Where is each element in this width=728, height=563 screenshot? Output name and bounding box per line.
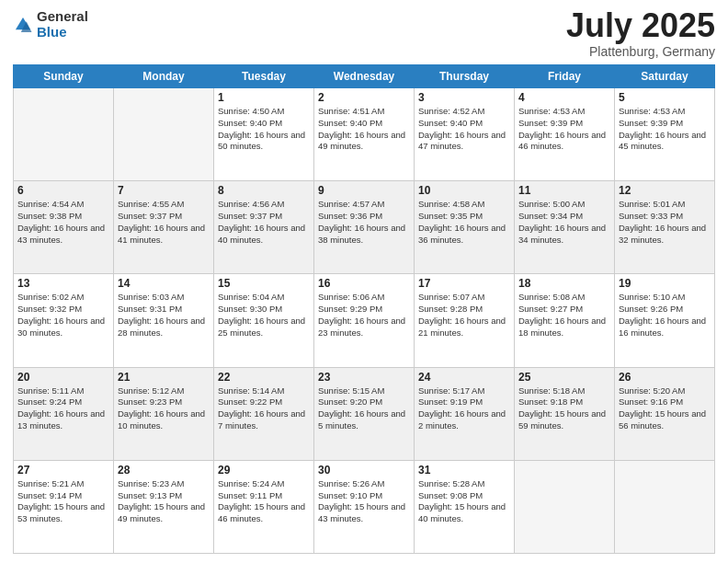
location: Plattenburg, Germany (566, 44, 715, 59)
day-info: Sunrise: 5:10 AM Sunset: 9:26 PM Dayligh… (619, 292, 711, 339)
cell-w1-d4: 3Sunrise: 4:52 AM Sunset: 9:40 PM Daylig… (415, 88, 515, 181)
col-sunday: Sunday (14, 65, 114, 88)
logo-icon (13, 15, 33, 35)
logo-general-text: General (37, 9, 88, 25)
week-row-2: 6Sunrise: 4:54 AM Sunset: 9:38 PM Daylig… (14, 181, 715, 274)
logo-text: General Blue (37, 9, 88, 40)
day-number: 10 (418, 184, 510, 197)
day-info: Sunrise: 5:03 AM Sunset: 9:31 PM Dayligh… (118, 292, 210, 339)
day-number: 24 (418, 371, 510, 384)
day-info: Sunrise: 5:18 AM Sunset: 9:18 PM Dayligh… (518, 385, 610, 432)
day-number: 11 (518, 184, 610, 197)
day-number: 13 (17, 277, 109, 290)
day-number: 23 (318, 371, 410, 384)
cell-w3-d2: 15Sunrise: 5:04 AM Sunset: 9:30 PM Dayli… (214, 274, 314, 367)
day-info: Sunrise: 5:00 AM Sunset: 9:34 PM Dayligh… (518, 199, 610, 246)
day-info: Sunrise: 5:02 AM Sunset: 9:32 PM Dayligh… (17, 292, 109, 339)
day-number: 28 (118, 464, 210, 477)
cell-w5-d3: 30Sunrise: 5:26 AM Sunset: 9:10 PM Dayli… (314, 460, 415, 553)
col-tuesday: Tuesday (214, 65, 314, 88)
cell-w4-d4: 24Sunrise: 5:17 AM Sunset: 9:19 PM Dayli… (415, 367, 515, 460)
day-info: Sunrise: 4:53 AM Sunset: 9:39 PM Dayligh… (518, 106, 610, 153)
cell-w3-d0: 13Sunrise: 5:02 AM Sunset: 9:32 PM Dayli… (14, 274, 114, 367)
cell-w5-d2: 29Sunrise: 5:24 AM Sunset: 9:11 PM Dayli… (214, 460, 314, 553)
cell-w3-d3: 16Sunrise: 5:06 AM Sunset: 9:29 PM Dayli… (314, 274, 415, 367)
col-friday: Friday (515, 65, 615, 88)
cell-w2-d1: 7Sunrise: 4:55 AM Sunset: 9:37 PM Daylig… (114, 181, 214, 274)
cell-w4-d2: 22Sunrise: 5:14 AM Sunset: 9:22 PM Dayli… (214, 367, 314, 460)
day-number: 2 (318, 91, 410, 104)
cell-w3-d5: 18Sunrise: 5:08 AM Sunset: 9:27 PM Dayli… (515, 274, 615, 367)
day-info: Sunrise: 5:23 AM Sunset: 9:13 PM Dayligh… (118, 478, 210, 525)
day-info: Sunrise: 5:01 AM Sunset: 9:33 PM Dayligh… (619, 199, 711, 246)
day-number: 19 (619, 277, 711, 290)
cell-w3-d1: 14Sunrise: 5:03 AM Sunset: 9:31 PM Dayli… (114, 274, 214, 367)
day-number: 4 (518, 91, 610, 104)
cell-w2-d5: 11Sunrise: 5:00 AM Sunset: 9:34 PM Dayli… (515, 181, 615, 274)
day-number: 14 (118, 277, 210, 290)
header: General Blue July 2025 Plattenburg, Germ… (13, 9, 715, 59)
day-number: 25 (518, 371, 610, 384)
day-info: Sunrise: 5:07 AM Sunset: 9:28 PM Dayligh… (418, 292, 510, 339)
calendar-table: Sunday Monday Tuesday Wednesday Thursday… (13, 64, 715, 554)
day-info: Sunrise: 5:12 AM Sunset: 9:23 PM Dayligh… (118, 385, 210, 432)
cell-w3-d4: 17Sunrise: 5:07 AM Sunset: 9:28 PM Dayli… (415, 274, 515, 367)
cell-w2-d4: 10Sunrise: 4:58 AM Sunset: 9:35 PM Dayli… (415, 181, 515, 274)
logo: General Blue (13, 9, 88, 40)
cell-w5-d4: 31Sunrise: 5:28 AM Sunset: 9:08 PM Dayli… (415, 460, 515, 553)
week-row-3: 13Sunrise: 5:02 AM Sunset: 9:32 PM Dayli… (14, 274, 715, 367)
day-number: 7 (118, 184, 210, 197)
day-info: Sunrise: 5:24 AM Sunset: 9:11 PM Dayligh… (218, 478, 310, 525)
week-row-4: 20Sunrise: 5:11 AM Sunset: 9:24 PM Dayli… (14, 367, 715, 460)
cell-w1-d1 (114, 88, 214, 181)
day-number: 3 (418, 91, 510, 104)
cell-w4-d0: 20Sunrise: 5:11 AM Sunset: 9:24 PM Dayli… (14, 367, 114, 460)
day-number: 18 (518, 277, 610, 290)
day-info: Sunrise: 5:15 AM Sunset: 9:20 PM Dayligh… (318, 385, 410, 432)
day-info: Sunrise: 5:17 AM Sunset: 9:19 PM Dayligh… (418, 385, 510, 432)
day-info: Sunrise: 4:50 AM Sunset: 9:40 PM Dayligh… (218, 106, 310, 153)
col-wednesday: Wednesday (314, 65, 415, 88)
cell-w1-d5: 4Sunrise: 4:53 AM Sunset: 9:39 PM Daylig… (515, 88, 615, 181)
cell-w1-d3: 2Sunrise: 4:51 AM Sunset: 9:40 PM Daylig… (314, 88, 415, 181)
day-info: Sunrise: 5:26 AM Sunset: 9:10 PM Dayligh… (318, 478, 410, 525)
cell-w1-d0 (14, 88, 114, 181)
cell-w5-d5 (515, 460, 615, 553)
calendar-header-row: Sunday Monday Tuesday Wednesday Thursday… (14, 65, 715, 88)
col-saturday: Saturday (615, 65, 715, 88)
day-number: 30 (318, 464, 410, 477)
day-info: Sunrise: 5:14 AM Sunset: 9:22 PM Dayligh… (218, 385, 310, 432)
cell-w5-d6 (615, 460, 715, 553)
day-info: Sunrise: 4:56 AM Sunset: 9:37 PM Dayligh… (218, 199, 310, 246)
day-info: Sunrise: 4:51 AM Sunset: 9:40 PM Dayligh… (318, 106, 410, 153)
day-info: Sunrise: 5:11 AM Sunset: 9:24 PM Dayligh… (17, 385, 109, 432)
title-block: July 2025 Plattenburg, Germany (566, 9, 715, 59)
day-info: Sunrise: 4:58 AM Sunset: 9:35 PM Dayligh… (418, 199, 510, 246)
col-thursday: Thursday (415, 65, 515, 88)
cell-w4-d3: 23Sunrise: 5:15 AM Sunset: 9:20 PM Dayli… (314, 367, 415, 460)
day-info: Sunrise: 5:04 AM Sunset: 9:30 PM Dayligh… (218, 292, 310, 339)
day-number: 26 (619, 371, 711, 384)
cell-w4-d5: 25Sunrise: 5:18 AM Sunset: 9:18 PM Dayli… (515, 367, 615, 460)
day-number: 5 (619, 91, 711, 104)
day-info: Sunrise: 5:21 AM Sunset: 9:14 PM Dayligh… (17, 478, 109, 525)
day-info: Sunrise: 5:08 AM Sunset: 9:27 PM Dayligh… (518, 292, 610, 339)
day-number: 17 (418, 277, 510, 290)
day-number: 16 (318, 277, 410, 290)
day-number: 12 (619, 184, 711, 197)
cell-w2-d2: 8Sunrise: 4:56 AM Sunset: 9:37 PM Daylig… (214, 181, 314, 274)
cell-w5-d1: 28Sunrise: 5:23 AM Sunset: 9:13 PM Dayli… (114, 460, 214, 553)
week-row-1: 1Sunrise: 4:50 AM Sunset: 9:40 PM Daylig… (14, 88, 715, 181)
day-number: 29 (218, 464, 310, 477)
cell-w2-d3: 9Sunrise: 4:57 AM Sunset: 9:36 PM Daylig… (314, 181, 415, 274)
day-number: 6 (17, 184, 109, 197)
day-info: Sunrise: 4:53 AM Sunset: 9:39 PM Dayligh… (619, 106, 711, 153)
logo-blue-text: Blue (37, 25, 88, 40)
day-number: 8 (218, 184, 310, 197)
day-info: Sunrise: 5:28 AM Sunset: 9:08 PM Dayligh… (418, 478, 510, 525)
cell-w2-d6: 12Sunrise: 5:01 AM Sunset: 9:33 PM Dayli… (615, 181, 715, 274)
page: General Blue July 2025 Plattenburg, Germ… (0, 0, 728, 563)
day-number: 20 (17, 371, 109, 384)
day-info: Sunrise: 4:54 AM Sunset: 9:38 PM Dayligh… (17, 199, 109, 246)
col-monday: Monday (114, 65, 214, 88)
